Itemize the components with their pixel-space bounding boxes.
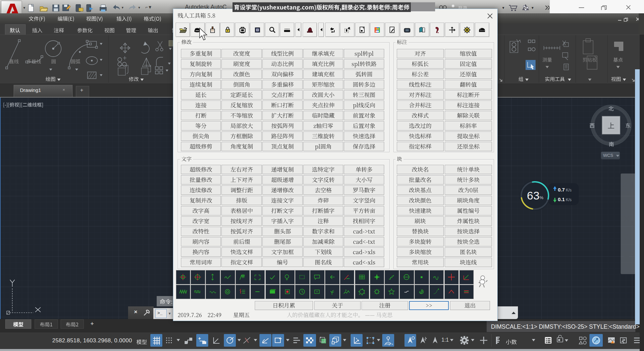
svg-text:K/s: K/s bbox=[566, 188, 571, 192]
svg-text:%: % bbox=[540, 195, 544, 200]
svg-text:K/s: K/s bbox=[566, 197, 571, 202]
svg-text:!: ! bbox=[613, 341, 614, 344]
svg-text:63: 63 bbox=[527, 189, 540, 202]
svg-text:0.1: 0.1 bbox=[558, 196, 565, 202]
svg-text:0.7: 0.7 bbox=[558, 187, 565, 192]
